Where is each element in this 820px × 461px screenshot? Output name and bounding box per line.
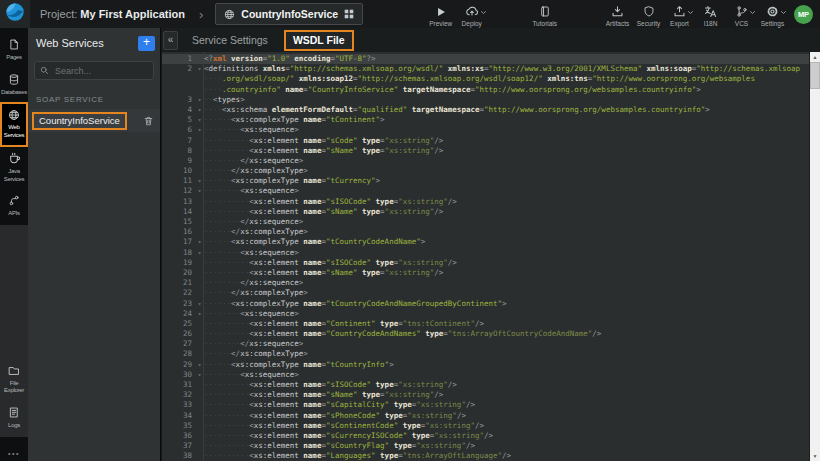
fold-toggle-icon[interactable]: ▾ [195, 95, 204, 105]
fold-toggle-icon[interactable]: ▾ [195, 64, 204, 74]
code-line[interactable]: 28······</xs:complexType> [162, 349, 810, 359]
open-service-tab-label: CountryInfoService [241, 8, 338, 20]
fold-toggle-icon[interactable]: ▾ [195, 115, 204, 125]
deploy-icon [465, 5, 479, 19]
code-text: ········</xs:sequence> [204, 339, 810, 349]
scrollbar-thumb[interactable] [810, 62, 820, 89]
code-line[interactable]: 19··········<xs:element name="sISOCode" … [162, 258, 810, 268]
code-line[interactable]: 4▾····<xs:schema elementFormDefault="qua… [162, 105, 810, 115]
code-line[interactable]: ····.org/wsdl/soap/" xmlns:soap12="http:… [162, 74, 810, 84]
wsdl-editor[interactable]: 1<?xml version="1.0" encoding="UTF-8"?>2… [162, 52, 820, 461]
collapse-panel-button[interactable]: « [163, 31, 178, 50]
fold-gutter [195, 431, 204, 441]
fold-toggle-icon[interactable]: ▾ [195, 299, 204, 309]
add-service-button[interactable]: + [138, 36, 155, 51]
code-line[interactable]: 10······</xs:complexType> [162, 166, 810, 176]
code-line[interactable]: 25··········<xs:element name="Continent"… [162, 319, 810, 329]
code-line[interactable]: 36··········<xs:element name="sCurrencyI… [162, 431, 810, 441]
fold-toggle-icon[interactable]: ▾ [195, 125, 204, 135]
code-line[interactable]: 6▾········<xs:sequence> [162, 125, 810, 135]
settings-button[interactable]: Settings [757, 2, 788, 27]
code-line[interactable]: 17▾······<xs:complexType name="tCountryC… [162, 237, 810, 247]
code-line[interactable]: 24▾········<xs:sequence> [162, 309, 810, 319]
code-line[interactable]: 31··········<xs:element name="sISOCode" … [162, 380, 810, 390]
scroll-down-button[interactable]: ▼ [810, 451, 820, 461]
fold-toggle-icon[interactable]: ▾ [195, 186, 204, 196]
tutorials-button[interactable]: Tutorials [529, 2, 560, 27]
vcs-button[interactable]: VCS [726, 2, 757, 27]
fold-toggle-icon[interactable]: ▾ [195, 237, 204, 247]
search-input[interactable] [53, 65, 148, 77]
service-list-item[interactable]: CountryInfoService [28, 109, 160, 132]
fold-toggle-icon[interactable]: ▾ [195, 248, 204, 258]
editor-scrollbar[interactable]: ▲ ▼ [809, 52, 820, 461]
rail-overflow-button[interactable]: ••• [0, 450, 28, 457]
code-line[interactable]: 22······</xs:complexType> [162, 288, 810, 298]
sidebar-item-java-services[interactable]: Java Services [0, 147, 28, 189]
code-line[interactable]: 11▾······<xs:complexType name="tCurrency… [162, 176, 810, 186]
sidebar-item-web-services[interactable]: Web Services [0, 102, 28, 147]
breadcrumb-chevron-icon: › [199, 7, 203, 22]
code-line[interactable]: 5▾······<xs:complexType name="tContinent… [162, 115, 810, 125]
code-line[interactable]: 35··········<xs:element name="sContinent… [162, 421, 810, 431]
fold-toggle-icon[interactable]: ▾ [195, 176, 204, 186]
code-line-active[interactable]: 1<?xml version="1.0" encoding="UTF-8"?> [162, 54, 810, 64]
sidebar-item-pages[interactable]: Pages [0, 33, 28, 68]
code-line[interactable]: 15········</xs:sequence> [162, 217, 810, 227]
folder-icon [8, 365, 20, 377]
fold-toggle-icon[interactable]: ▾ [195, 370, 204, 380]
open-service-tab[interactable]: CountryInfoService [215, 3, 363, 25]
code-line[interactable]: 26··········<xs:element name="CountryCod… [162, 329, 810, 339]
sidebar-item-label: Java Services [0, 168, 28, 183]
code-line[interactable]: 37··········<xs:element name="sCountryFl… [162, 441, 810, 451]
code-line[interactable]: ····.countryinfo" name="CountryInfoServi… [162, 85, 810, 95]
code-line[interactable]: 27········</xs:sequence> [162, 339, 810, 349]
security-button[interactable]: Security [633, 2, 664, 27]
scroll-up-button[interactable]: ▲ [810, 52, 820, 62]
code-line[interactable]: 32··········<xs:element name="sName" typ… [162, 390, 810, 400]
chevron-down-icon [480, 1, 487, 19]
code-line[interactable]: 18▾········<xs:sequence> [162, 248, 810, 258]
export-button[interactable]: Export [664, 2, 695, 27]
code-text: ··········<xs:element name="sCode" type=… [204, 136, 810, 146]
app-logo[interactable] [0, 0, 30, 28]
fold-toggle-icon[interactable]: ▾ [195, 105, 204, 115]
fold-toggle-icon[interactable]: ▾ [195, 309, 204, 319]
code-area[interactable]: 1<?xml version="1.0" encoding="UTF-8"?>2… [162, 52, 810, 461]
code-line[interactable]: 34··········<xs:element name="sPhoneCode… [162, 411, 810, 421]
preview-button[interactable]: Preview [425, 2, 456, 27]
i18n-button[interactable]: I18N [695, 2, 726, 27]
code-line[interactable]: 2▾<definitions xmlns="http://schemas.xml… [162, 64, 810, 74]
line-number [162, 85, 195, 95]
sidebar-item-databases[interactable]: Databases [0, 68, 28, 103]
code-line[interactable]: 38··········<xs:element name="Languages"… [162, 451, 810, 461]
tab-wsdl-file[interactable]: WSDL File [284, 30, 354, 51]
code-line[interactable]: 3▾··<types> [162, 95, 810, 105]
code-line[interactable]: 23▾······<xs:complexType name="tCountryC… [162, 299, 810, 309]
deploy-button[interactable]: Deploy [456, 2, 487, 27]
artifacts-button[interactable]: Artifacts [602, 2, 633, 27]
sidebar-item-file-explorer[interactable]: File Explorer [0, 360, 28, 401]
code-line[interactable]: 16······</xs:complexType> [162, 227, 810, 237]
code-line[interactable]: 21········</xs:sequence> [162, 278, 810, 288]
topbar-right-actions: ArtifactsSecurityExportI18NVCSSettings [602, 2, 788, 27]
code-line[interactable]: 14··········<xs:element name="sName" typ… [162, 207, 810, 217]
breadcrumb[interactable]: Project:My First Application [40, 8, 185, 20]
code-line[interactable]: 13··········<xs:element name="sISOCode" … [162, 197, 810, 207]
code-line[interactable]: 9········</xs:sequence> [162, 156, 810, 166]
sidebar-item-logs[interactable]: Logs [0, 401, 28, 436]
code-line[interactable]: 8··········<xs:element name="sName" type… [162, 146, 810, 156]
code-line[interactable]: 30▾········<xs:sequence> [162, 370, 810, 380]
code-line[interactable]: 20··········<xs:element name="sName" typ… [162, 268, 810, 278]
fold-toggle-icon[interactable]: ▾ [195, 360, 204, 370]
avatar[interactable]: MP [794, 5, 813, 24]
database-icon [8, 73, 20, 86]
tab-service-settings[interactable]: Service Settings [192, 34, 268, 46]
code-line[interactable]: 7··········<xs:element name="sCode" type… [162, 136, 810, 146]
code-line[interactable]: 29▾······<xs:complexType name="tCountryI… [162, 360, 810, 370]
sidebar-item-apis[interactable]: APIs [0, 189, 28, 224]
code-line[interactable]: 12▾········<xs:sequence> [162, 186, 810, 196]
fold-gutter [195, 421, 204, 431]
code-line[interactable]: 33··········<xs:element name="sCapitalCi… [162, 400, 810, 410]
delete-service-button[interactable] [143, 115, 154, 127]
